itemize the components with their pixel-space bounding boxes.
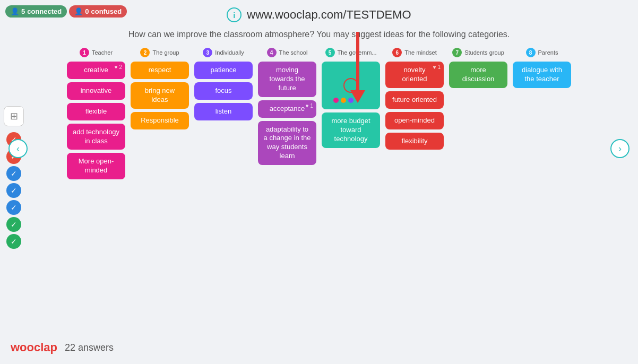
card-individually-1[interactable]: focus bbox=[194, 82, 253, 100]
sidebar-check-6: ✓ bbox=[6, 217, 21, 232]
column-label-parents: Parents bbox=[538, 49, 558, 56]
column-number-the-mindset: 6 bbox=[392, 48, 402, 57]
wooclap-logo: wooclap bbox=[11, 341, 57, 354]
dot bbox=[333, 98, 339, 103]
card-the-school-0[interactable]: moving towards the future bbox=[258, 62, 316, 97]
column-number-students-group: 7 bbox=[452, 48, 462, 57]
column-header-teacher: 1Teacher bbox=[80, 48, 113, 57]
card-the-school-2[interactable]: adaptability to a change in the way stud… bbox=[258, 121, 316, 166]
card-teacher-0[interactable]: creative♥ 2 bbox=[67, 62, 125, 79]
column-header-individually: 3Individually bbox=[203, 48, 244, 57]
question-text: How can we improve the classroom atmosph… bbox=[0, 27, 638, 48]
card-the-group-0[interactable]: respect bbox=[131, 62, 189, 79]
nav-arrow-right[interactable]: › bbox=[610, 139, 630, 158]
dot bbox=[363, 98, 368, 103]
card-the-school-1[interactable]: acceptance♥ 1 bbox=[258, 100, 316, 118]
columns-container: 1Teachercreative♥ 2innovativeflexibleadd… bbox=[0, 48, 638, 183]
column-header-the-mindset: 6The mindset bbox=[392, 48, 437, 57]
column-number-the-government: 5 bbox=[325, 48, 335, 57]
column-number-teacher: 1 bbox=[80, 48, 89, 57]
card-the-group-2[interactable]: Responsible bbox=[131, 112, 189, 129]
card-teacher-3[interactable]: add technology in class bbox=[67, 124, 125, 150]
column-parents: 8Parentsdialogue with the teacher bbox=[513, 48, 571, 183]
column-label-individually: Individually bbox=[215, 49, 244, 56]
card-the-government-1[interactable]: more budget toward technology bbox=[322, 112, 380, 148]
header: i www.wooclap.com/TESTDEMO bbox=[0, 0, 638, 27]
card-heart: ♥ 1 bbox=[306, 102, 313, 109]
column-number-the-group: 2 bbox=[140, 48, 150, 57]
column-students-group: 7Students groupmore discussion bbox=[449, 48, 507, 183]
column-the-school: 4The schoolmoving towards the futureacce… bbox=[258, 48, 316, 183]
dot bbox=[348, 98, 354, 103]
dot-row-the-government bbox=[322, 94, 380, 106]
card-teacher-1[interactable]: innovative bbox=[67, 82, 125, 100]
circle-indicator bbox=[343, 78, 358, 93]
card-teacher-2[interactable]: flexible bbox=[67, 103, 125, 120]
left-sidebar: ⊞ ✓ ✓ ✓ ✓ ✓ ✓ ✓ bbox=[0, 106, 28, 249]
card-the-mindset-2[interactable]: open-minded bbox=[385, 112, 444, 129]
column-header-the-school: 4The school bbox=[267, 48, 308, 57]
footer: wooclap 22 answers bbox=[11, 341, 114, 354]
dot bbox=[356, 98, 361, 103]
column-number-individually: 3 bbox=[203, 48, 212, 57]
column-the-government: 5The governm...more budget toward techno… bbox=[322, 48, 380, 183]
column-number-the-school: 4 bbox=[267, 48, 277, 57]
sidebar-check-3: ✓ bbox=[6, 166, 21, 181]
column-individually: 3Individuallypatiencefocuslisten bbox=[194, 48, 253, 183]
sidebar-check-7: ✓ bbox=[6, 234, 21, 249]
sidebar-check-5: ✓ bbox=[6, 200, 21, 215]
logo-woo: woo bbox=[11, 341, 34, 354]
column-number-parents: 8 bbox=[526, 48, 536, 57]
column-the-mindset: 6The mindsetnovelty oriented♥ 1future or… bbox=[385, 48, 444, 183]
card-the-mindset-3[interactable]: flexibility bbox=[385, 133, 444, 150]
grid-icon[interactable]: ⊞ bbox=[4, 106, 24, 126]
card-the-group-1[interactable]: bring new ideas bbox=[131, 82, 189, 109]
column-label-students-group: Students group bbox=[464, 49, 504, 56]
url-text: www.wooclap.com/TESTDEMO bbox=[247, 8, 411, 22]
info-icon[interactable]: i bbox=[227, 7, 242, 22]
nav-arrow-left[interactable]: ‹ bbox=[8, 139, 28, 158]
column-header-parents: 8Parents bbox=[526, 48, 558, 57]
card-the-mindset-1[interactable]: future oriented bbox=[385, 91, 444, 109]
column-label-teacher: Teacher bbox=[92, 49, 113, 56]
sidebar-check-4: ✓ bbox=[6, 183, 21, 198]
column-label-the-government: The governm... bbox=[338, 49, 377, 56]
column-header-the-group: 2The group bbox=[140, 48, 179, 57]
column-label-the-mindset: The mindset bbox=[404, 49, 437, 56]
column-teacher: 1Teachercreative♥ 2innovativeflexibleadd… bbox=[67, 48, 125, 183]
dot bbox=[341, 98, 346, 103]
logo-clap: clap bbox=[34, 341, 57, 354]
card-the-mindset-0[interactable]: novelty oriented♥ 1 bbox=[385, 62, 444, 88]
column-header-students-group: 7Students group bbox=[452, 48, 504, 57]
card-heart: ♥ 1 bbox=[433, 64, 441, 71]
card-the-government-0[interactable] bbox=[322, 62, 380, 109]
card-individually-2[interactable]: listen bbox=[194, 103, 253, 120]
answers-count: 22 answers bbox=[65, 342, 114, 353]
header-url: i www.wooclap.com/TESTDEMO bbox=[227, 7, 411, 22]
card-heart: ♥ 2 bbox=[115, 64, 122, 71]
column-label-the-school: The school bbox=[279, 49, 308, 56]
card-parents-0[interactable]: dialogue with the teacher bbox=[513, 62, 571, 88]
column-label-the-group: The group bbox=[152, 49, 179, 56]
card-teacher-4[interactable]: More open-minded bbox=[67, 153, 125, 179]
column-the-group: 2The grouprespectbring new ideasResponsi… bbox=[131, 48, 189, 183]
card-students-group-0[interactable]: more discussion bbox=[449, 62, 507, 88]
column-header-the-government: 5The governm... bbox=[325, 48, 377, 57]
card-individually-0[interactable]: patience bbox=[194, 62, 253, 79]
